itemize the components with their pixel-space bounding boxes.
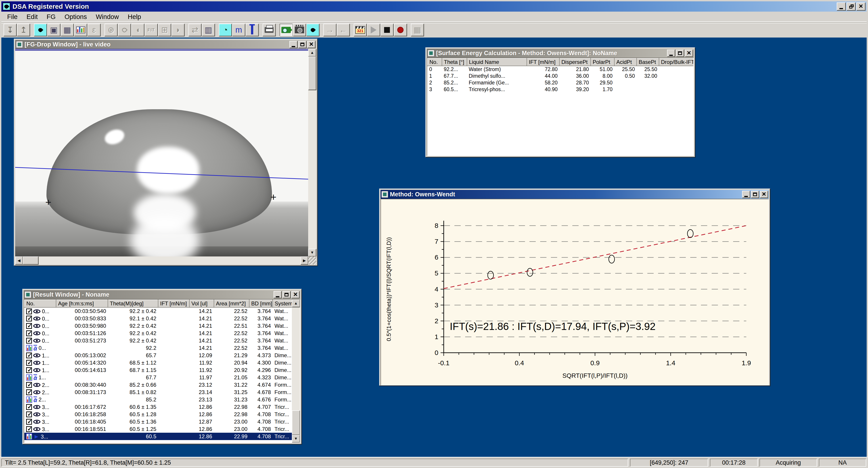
menu-options[interactable]: Options xyxy=(61,12,91,22)
live-video-button[interactable] xyxy=(280,24,292,36)
result-column-header[interactable]: BD [mm] xyxy=(249,300,273,308)
result-table-row[interactable]: ᾱ 1...67.711.9721.054.323Dime... xyxy=(24,374,292,381)
timer-button[interactable]: ◔ xyxy=(219,24,232,36)
movie-sequence-button[interactable]: 321 xyxy=(354,24,367,36)
sec-column-header[interactable]: Liquid Name xyxy=(467,58,527,66)
method-minimize-button[interactable] xyxy=(742,191,750,198)
row-checkbox-icon[interactable] xyxy=(26,419,32,425)
fg-drop-maximize-button[interactable] xyxy=(298,41,306,48)
drop-image-button[interactable] xyxy=(306,24,319,36)
dosing-unit-button[interactable] xyxy=(246,24,258,36)
surface-energy-maximize-button[interactable] xyxy=(676,50,684,57)
scroll-right-icon[interactable]: ▶ xyxy=(301,257,308,264)
sec-table-row[interactable]: 167.7...Dimethyl sulfo...44.0036.008.000… xyxy=(427,72,694,79)
result-table-row[interactable]: 1...00:05:14:32068.5 ± 1.1211.9220.944.3… xyxy=(24,359,292,367)
result-column-header[interactable]: Theta(M)[deg] xyxy=(108,300,158,308)
sec-table-row[interactable]: 092.2...Water (Strom)72.8021.8051.0025.5… xyxy=(427,66,694,72)
result-minimize-button[interactable] xyxy=(274,291,282,298)
close-button[interactable]: × xyxy=(857,2,865,10)
method-close-button[interactable]: × xyxy=(760,191,768,198)
result-table-row[interactable]: 0...00:03:51:12692.2 ± 0.4214.2122.523.7… xyxy=(24,329,292,337)
row-checkbox-icon[interactable] xyxy=(26,316,32,321)
result-table-row[interactable]: 2...00:08:31:17385.1 ± 0.8223.1431.254.6… xyxy=(24,388,292,396)
sec-column-header[interactable]: IFT [mN/m] xyxy=(527,58,559,66)
result-table-row[interactable]: 3...00:16:18:25860.5 ± 1.2812.8622.984.7… xyxy=(24,411,292,418)
scroll-left-icon[interactable]: ◀ xyxy=(15,257,23,264)
sec-column-header[interactable]: BasePt xyxy=(637,58,659,66)
magnification-button[interactable]: m xyxy=(232,24,245,36)
play-button[interactable] xyxy=(367,24,380,36)
fg-drop-minimize-button[interactable] xyxy=(289,41,298,48)
resize-grip[interactable] xyxy=(308,257,316,264)
row-checkbox-icon[interactable] xyxy=(26,382,32,388)
row-checkbox-icon[interactable] xyxy=(26,323,32,329)
frame-grabber-window-button[interactable]: ▣ xyxy=(47,24,60,36)
video-vertical-scrollbar[interactable]: ▲ ▼ xyxy=(308,49,316,257)
result-column-header[interactable]: System xyxy=(273,300,292,308)
menu-file[interactable]: File xyxy=(3,12,22,22)
statistics-window-button[interactable] xyxy=(74,24,87,36)
result-table-row[interactable]: 1...00:05:13:00265.712.0921.294.373Dime.… xyxy=(24,352,292,359)
result-table-row[interactable]: 0...00:03:51:27392.2 ± 0.4214.2122.523.7… xyxy=(24,337,292,344)
sec-column-header[interactable]: Theta [°] xyxy=(442,58,467,66)
result-scroll-down-icon[interactable]: ▼ xyxy=(292,435,300,442)
scroll-up-icon[interactable]: ▲ xyxy=(308,49,316,57)
result-maximize-button[interactable] xyxy=(282,291,290,298)
row-checkbox-icon[interactable] xyxy=(26,360,32,366)
method-window-titlebar[interactable]: Method: Owens-Wendt × xyxy=(380,190,769,199)
result-column-header[interactable]: Vol [ul] xyxy=(189,300,214,308)
result-column-header[interactable]: No. xyxy=(24,300,56,308)
result-table-row[interactable]: 0...00:03:50:98092.2 ± 0.4214.2122.513.7… xyxy=(24,322,292,329)
row-checkbox-icon[interactable] xyxy=(26,389,32,395)
result-table-row[interactable]: 0...00:03:50:83392.1 ± 0.4214.2122.523.7… xyxy=(24,315,292,322)
export-profile-button[interactable]: ↥ xyxy=(17,24,30,36)
fg-drop-close-button[interactable]: × xyxy=(307,41,315,48)
result-window-button[interactable]: ▦ xyxy=(61,24,74,36)
row-checkbox-icon[interactable] xyxy=(26,309,32,314)
result-column-header[interactable]: IFT [mN/m] xyxy=(158,300,189,308)
surface-energy-close-button[interactable]: × xyxy=(685,50,693,57)
scroll-down-icon[interactable]: ▼ xyxy=(308,249,316,257)
result-table-row[interactable]: 3...00:16:18:55160.5 ± 1.2512.8623.004.7… xyxy=(24,425,292,433)
numeric-grid-button[interactable]: ▦ xyxy=(411,24,424,36)
result-window-titlebar[interactable]: [Result Window] - Noname × xyxy=(24,290,300,299)
snapshot-button[interactable] xyxy=(293,24,306,36)
fg-drop-titlebar[interactable]: [FG-Drop Window] - live video × xyxy=(15,40,316,49)
fit-region-button[interactable]: ⊞ xyxy=(158,24,171,36)
goniometer-button[interactable]: ⊕ xyxy=(104,24,118,36)
needle-mask-button[interactable]: ◗ xyxy=(172,24,184,36)
sec-column-header[interactable]: PolarPt xyxy=(591,58,614,66)
result-table-row[interactable]: ᾱ 2...85.223.1331.234.676Form... xyxy=(24,396,292,403)
fg-drop-window-button[interactable] xyxy=(34,24,47,36)
sec-column-header[interactable]: AcidPt xyxy=(614,58,637,66)
fit-button[interactable]: FIT xyxy=(145,24,158,36)
menu-edit[interactable]: Edit xyxy=(23,12,42,22)
next-image-button[interactable]: → xyxy=(323,24,336,36)
copy-results-button[interactable]: ▥ xyxy=(202,24,215,36)
baseline-detect-button[interactable]: ◖ xyxy=(131,24,144,36)
menu-window[interactable]: Window xyxy=(92,12,123,22)
print-button[interactable] xyxy=(262,24,276,36)
script-editor-button[interactable]: ε xyxy=(88,24,100,36)
surface-energy-titlebar[interactable]: [Surface Energy Calculation - Method: Ow… xyxy=(427,49,694,58)
result-close-button[interactable]: × xyxy=(291,291,300,298)
stop-button[interactable] xyxy=(380,24,394,36)
sec-table-row[interactable]: 285.2...Formamide (Ge...58.2028.7029.50 xyxy=(427,79,694,86)
surface-energy-minimize-button[interactable] xyxy=(667,50,675,57)
row-checkbox-icon[interactable] xyxy=(26,404,32,410)
result-vertical-scrollbar[interactable]: ▲ ▼ xyxy=(292,299,300,442)
row-checkbox-icon[interactable] xyxy=(26,426,32,432)
row-checkbox-icon[interactable] xyxy=(26,367,32,373)
sec-column-header[interactable]: No. xyxy=(427,58,442,66)
result-table-row[interactable]: 0...00:03:50:54092.2 ± 0.4214.2122.523.7… xyxy=(24,308,292,315)
row-checkbox-icon[interactable] xyxy=(26,330,32,336)
result-table-row[interactable]: 1...00:05:14:61368.7 ± 1.1511.9220.924.2… xyxy=(24,367,292,374)
video-horizontal-scrollbar[interactable]: ◀ ▶ xyxy=(15,257,308,264)
method-maximize-button[interactable] xyxy=(751,191,759,198)
result-table-row[interactable]: 3...00:16:18:40560.5 ± 1.3612.8723.004.7… xyxy=(24,418,292,425)
drop-contour-button[interactable] xyxy=(118,24,131,36)
import-profile-button[interactable]: ↧ xyxy=(4,24,17,36)
result-table-row[interactable]: ᾱ 0...92.214.2122.523.764Wat... xyxy=(24,344,292,352)
minimize-button[interactable] xyxy=(837,2,846,10)
record-button[interactable] xyxy=(394,24,407,36)
